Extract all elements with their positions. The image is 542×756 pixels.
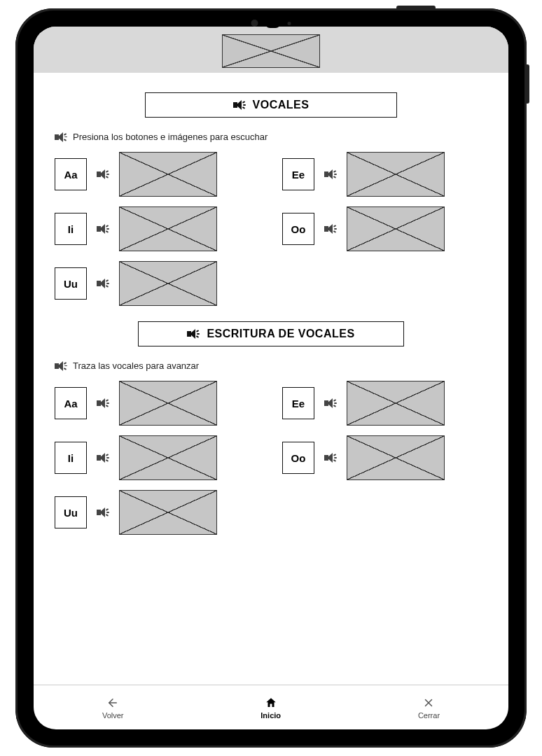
speaker-icon bbox=[187, 329, 200, 339]
nav-label: Inicio bbox=[260, 711, 281, 720]
vowel-button-oo[interactable]: Oo bbox=[282, 213, 314, 245]
nav-label: Volver bbox=[102, 711, 124, 720]
vowel-button-ee[interactable]: Ee bbox=[282, 387, 314, 419]
vowel-cell: Oo bbox=[282, 206, 487, 251]
vowel-grid-listen: Aa Ee Ii Oo bbox=[55, 152, 487, 306]
home-icon bbox=[264, 696, 278, 710]
vowel-trace-ii[interactable] bbox=[119, 435, 217, 480]
content: VOCALES Presiona los botones e imágenes … bbox=[34, 27, 508, 729]
vowel-trace-aa[interactable] bbox=[119, 381, 217, 426]
vowel-cell: Ee bbox=[282, 381, 487, 426]
nav-home[interactable]: Inicio bbox=[260, 696, 281, 720]
section-title-escritura[interactable]: ESCRITURA DE VOCALES bbox=[138, 321, 404, 346]
vowel-trace-oo[interactable] bbox=[347, 435, 445, 480]
instruction-escritura[interactable]: Traza las vocales para avanzar bbox=[55, 360, 487, 371]
section-title-label: VOCALES bbox=[253, 99, 310, 111]
vowel-cell: Aa bbox=[55, 381, 260, 426]
vowel-trace-ee[interactable] bbox=[347, 381, 445, 426]
body-area: VOCALES Presiona los botones e imágenes … bbox=[34, 73, 508, 685]
vowel-cell: Uu bbox=[55, 490, 260, 535]
instruction-text: Traza las vocales para avanzar bbox=[73, 360, 199, 371]
vowel-image-uu[interactable] bbox=[119, 261, 217, 306]
vowel-button-uu[interactable]: Uu bbox=[55, 267, 87, 300]
nav-close[interactable]: Cerrar bbox=[418, 696, 440, 720]
header-logo-placeholder bbox=[222, 34, 320, 68]
section-title-vocales[interactable]: VOCALES bbox=[145, 92, 397, 118]
arrow-left-icon bbox=[106, 696, 120, 710]
camera-cluster bbox=[251, 18, 291, 28]
close-icon bbox=[422, 696, 436, 710]
vowel-button-ee[interactable]: Ee bbox=[282, 158, 314, 190]
speaker-icon bbox=[233, 100, 246, 110]
instruction-vocales[interactable]: Presiona los botones e imágenes para esc… bbox=[55, 132, 487, 142]
vowel-image-ii[interactable] bbox=[119, 206, 217, 251]
vowel-button-ii[interactable]: Ii bbox=[55, 213, 87, 245]
vowel-grid-write: Aa Ee Ii Oo bbox=[55, 381, 487, 535]
vowel-cell: Ii bbox=[55, 435, 260, 480]
vowel-image-aa[interactable] bbox=[119, 152, 217, 197]
header-bar bbox=[34, 27, 508, 73]
tablet-frame: VOCALES Presiona los botones e imágenes … bbox=[15, 8, 527, 748]
speaker-icon[interactable] bbox=[97, 453, 109, 463]
nav-back[interactable]: Volver bbox=[102, 696, 124, 720]
vowel-cell: Uu bbox=[55, 261, 260, 306]
speaker-icon[interactable] bbox=[324, 453, 337, 463]
speaker-icon[interactable] bbox=[324, 169, 337, 179]
speaker-icon[interactable] bbox=[97, 169, 109, 179]
screen: VOCALES Presiona los botones e imágenes … bbox=[34, 27, 508, 729]
speaker-icon[interactable] bbox=[324, 224, 337, 234]
speaker-icon[interactable] bbox=[97, 398, 109, 408]
speaker-icon[interactable] bbox=[97, 507, 109, 517]
bottom-nav: Volver Inicio Cerrar bbox=[34, 685, 508, 729]
vowel-button-ii[interactable]: Ii bbox=[55, 442, 87, 474]
speaker-icon[interactable] bbox=[324, 398, 337, 408]
vowel-cell: Aa bbox=[55, 152, 260, 197]
device-side-button bbox=[525, 64, 529, 104]
vowel-trace-uu[interactable] bbox=[119, 490, 217, 535]
vowel-cell: Oo bbox=[282, 435, 487, 480]
section-title-label: ESCRITURA DE VOCALES bbox=[207, 328, 354, 340]
vowel-button-aa[interactable]: Aa bbox=[55, 387, 87, 419]
instruction-text: Presiona los botones e imágenes para esc… bbox=[73, 132, 267, 142]
vowel-button-aa[interactable]: Aa bbox=[55, 158, 87, 190]
vowel-cell: Ee bbox=[282, 152, 487, 197]
vowel-image-oo[interactable] bbox=[347, 206, 445, 251]
vowel-image-ee[interactable] bbox=[347, 152, 445, 197]
vowel-button-uu[interactable]: Uu bbox=[55, 496, 87, 528]
speaker-icon bbox=[55, 132, 67, 142]
vowel-cell: Ii bbox=[55, 206, 260, 251]
nav-label: Cerrar bbox=[418, 711, 440, 720]
speaker-icon[interactable] bbox=[97, 279, 109, 288]
speaker-icon[interactable] bbox=[97, 224, 109, 234]
speaker-icon bbox=[55, 361, 67, 371]
vowel-button-oo[interactable]: Oo bbox=[282, 442, 314, 474]
device-top-button bbox=[396, 6, 436, 10]
